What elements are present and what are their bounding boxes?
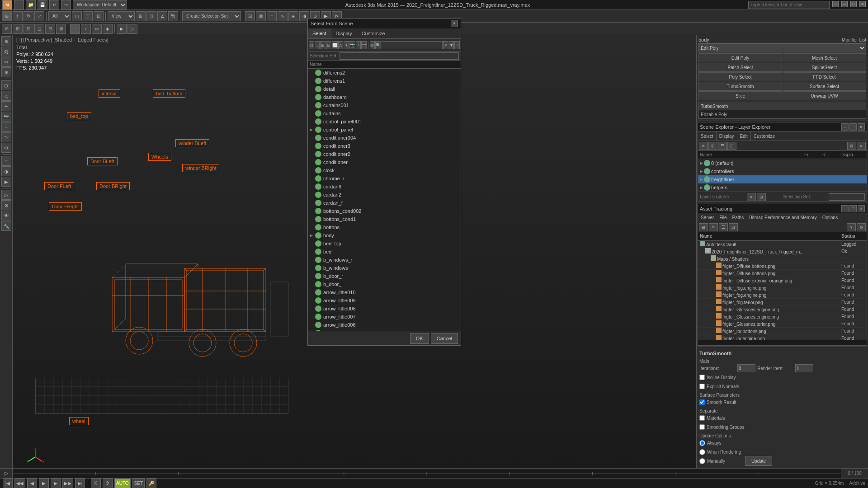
ts-update-btn[interactable]: Update: [745, 456, 772, 466]
ssd-tb-btn1[interactable]: ◻: [309, 41, 314, 49]
rotate-button[interactable]: ↻: [24, 11, 33, 21]
playback-prev-frame[interactable]: ◀: [27, 479, 37, 488]
at-tb-btn5[interactable]: ?: [847, 223, 856, 231]
at-row-autodesk-vault[interactable]: Autodesk VaultLogged: [698, 240, 867, 248]
ts-always-radio[interactable]: [699, 440, 705, 446]
layer-helpers[interactable]: ▶ helpers: [698, 183, 867, 192]
ssd-item-dashboard[interactable]: dashboard: [308, 93, 461, 101]
se-restore-btn[interactable]: □: [849, 123, 857, 131]
surface-select-btn[interactable]: Surface Select: [783, 82, 866, 91]
playback-btn[interactable]: ▷: [127, 24, 137, 34]
ssd-item-differens2[interactable]: differens2: [308, 69, 461, 77]
ssd-item-arrow_little009[interactable]: arrow_little009: [308, 296, 461, 305]
ssd-item-cardan6[interactable]: cardan6: [308, 183, 461, 191]
at-row-file5[interactable]: frigter_fog.engine.pngFound: [698, 291, 867, 298]
ssd-item-bottons[interactable]: bottons: [308, 223, 461, 231]
ssd-item-b_windows[interactable]: b_windows: [308, 264, 461, 272]
filter-dropdown[interactable]: All: [48, 11, 71, 21]
se-tb-btn2[interactable]: ⊞: [708, 142, 717, 150]
at-controls[interactable]: ─ □ ✕: [841, 205, 865, 212]
unwrap-uvw-btn[interactable]: Unwrap UVW: [783, 91, 866, 100]
playback-start[interactable]: |◀: [3, 479, 13, 488]
schematic-button[interactable]: ◈: [288, 11, 298, 21]
lt-render[interactable]: ▶: [1, 177, 11, 187]
ssd-item-arrow_little008[interactable]: arrow_little008: [308, 305, 461, 313]
ssd-selection-input[interactable]: [340, 52, 459, 60]
ssd-tab-select[interactable]: Select: [308, 28, 331, 38]
ssd-item-bed[interactable]: bed: [308, 248, 461, 256]
move-button[interactable]: ✛: [13, 11, 23, 21]
auto-key-btn[interactable]: AUTO: [114, 479, 131, 488]
ssd-item-chrome_r[interactable]: chrome_r: [308, 174, 461, 183]
ssd-item-differens1[interactable]: differens1: [308, 77, 461, 85]
at-row-file8[interactable]: frigter_Glossnes.engine.pngFound: [698, 313, 867, 320]
redo-button[interactable]: ↪: [61, 0, 71, 10]
open-button[interactable]: 📁: [26, 0, 36, 10]
se-tab-edit[interactable]: Edit: [737, 131, 751, 141]
at-tb-btn2[interactable]: ≡: [709, 223, 718, 231]
tb2-btn4[interactable]: ◻: [34, 24, 44, 34]
at-horizontal-scroll[interactable]: [698, 340, 867, 345]
ssd-tb-btn8[interactable]: 📷: [349, 41, 355, 49]
lt-geometry[interactable]: ⬡: [1, 80, 11, 90]
lt-bindwarp[interactable]: ⊞: [1, 67, 11, 77]
at-row-maps-shaders[interactable]: Maps / Shaders: [698, 255, 867, 262]
turbosmooth-stack-item[interactable]: TurboSmooth: [699, 102, 866, 110]
ssd-item-cardan2[interactable]: cardan2: [308, 191, 461, 199]
turbosmooth-btn[interactable]: TurboSmooth: [698, 82, 782, 91]
se-bot-btn1[interactable]: ≡: [747, 193, 756, 201]
element-mode[interactable]: ◈: [103, 24, 113, 34]
ssd-item-bottons_cond1[interactable]: bottons_cond1: [308, 215, 461, 223]
at-row-file6[interactable]: frigter_fog.terior.pngFound: [698, 298, 867, 305]
ssd-tab-customize[interactable]: Customize: [357, 28, 390, 38]
ssd-item-conditioner2[interactable]: conditioner2: [308, 150, 461, 158]
ts-smooth-cb[interactable]: [699, 399, 705, 405]
poly-mode[interactable]: ▭: [92, 24, 102, 34]
editable-poly-stack-item[interactable]: Editable Poly: [699, 110, 866, 118]
title-bar-controls[interactable]: ? ─ □ ✕: [748, 1, 866, 9]
ts-smoothing-cb[interactable]: [699, 424, 705, 430]
snap-toggle[interactable]: ⊞: [136, 11, 146, 21]
at-row-file7[interactable]: frigter_Glossnes.engine.pngFound: [698, 305, 867, 313]
lt-material[interactable]: ◑: [1, 166, 11, 176]
at-row-file1[interactable]: frigter_Diffuse.bottons.pngFound: [698, 262, 867, 269]
lt-systems[interactable]: ⚙: [1, 143, 11, 153]
at-row-truck-file[interactable]: 2020_Freightliner_122SD_Truck_Rigged_m..…: [698, 248, 867, 255]
ssd-item-b_door_l[interactable]: b_door_l: [308, 280, 461, 288]
at-minimize-btn[interactable]: ─: [841, 205, 849, 212]
at-row-file10[interactable]: frigter_ior.bottons.pngFound: [698, 327, 867, 334]
ssd-item-control_panel[interactable]: ▶control_panel: [308, 126, 461, 134]
at-menu-bitmap[interactable]: Bitmap Performance and Memory: [746, 213, 820, 222]
ssd-item-control_panel001[interactable]: control_panel001: [308, 117, 461, 126]
modifier-dropdown[interactable]: Edit PolyMesh SelectPatch SelectSplineSe…: [698, 43, 866, 52]
ffd-select-btn[interactable]: FFD Select: [783, 72, 866, 81]
lt-utilities[interactable]: 🔧: [1, 221, 11, 231]
playback-next[interactable]: ▶▶: [62, 479, 73, 488]
ssd-item-bed_top[interactable]: bed_top: [308, 239, 461, 248]
search-input[interactable]: [748, 1, 830, 9]
ssd-item-b_windows_r[interactable]: b_windows_r: [308, 256, 461, 264]
ssd-item-clock[interactable]: clock: [308, 166, 461, 174]
ts-materials-cb[interactable]: [699, 415, 705, 421]
mirror-button[interactable]: ⊟: [245, 11, 255, 21]
ssd-item-bottons_cond002[interactable]: bottons_cond002: [308, 207, 461, 215]
edit-poly-btn[interactable]: Edit Poly: [698, 53, 782, 62]
ssd-item-curtains001[interactable]: curtains001: [308, 101, 461, 109]
ts-when-rendering-radio[interactable]: [699, 449, 705, 455]
at-tb-btn3[interactable]: ☰: [719, 223, 728, 231]
ssd-tb-btn2[interactable]: ⬚: [315, 41, 320, 49]
layer-freightliner[interactable]: ▶ freightliner: [698, 175, 867, 183]
lt-display[interactable]: 👁: [1, 211, 11, 221]
layer-controllers[interactable]: ▶ controllers: [698, 167, 867, 175]
tb2-btn6[interactable]: ⊠: [56, 24, 66, 34]
ts-render-iters-input[interactable]: [795, 364, 813, 372]
lt-spacewarps[interactable]: 〜: [1, 132, 11, 142]
at-row-file4[interactable]: frigter_fog.engine.pngFound: [698, 284, 867, 291]
ssd-item-b_door_r[interactable]: b_door_r: [308, 272, 461, 280]
tb2-btn1[interactable]: ⊕: [2, 24, 12, 34]
at-tb-btn6[interactable]: ⚙: [857, 223, 866, 231]
lt-cameras[interactable]: 📷: [1, 112, 11, 122]
vertex-mode[interactable]: ·: [70, 24, 80, 34]
ssd-close-btn[interactable]: ✕: [451, 20, 458, 27]
ssd-item-arrow_little007[interactable]: arrow_little007: [308, 313, 461, 321]
